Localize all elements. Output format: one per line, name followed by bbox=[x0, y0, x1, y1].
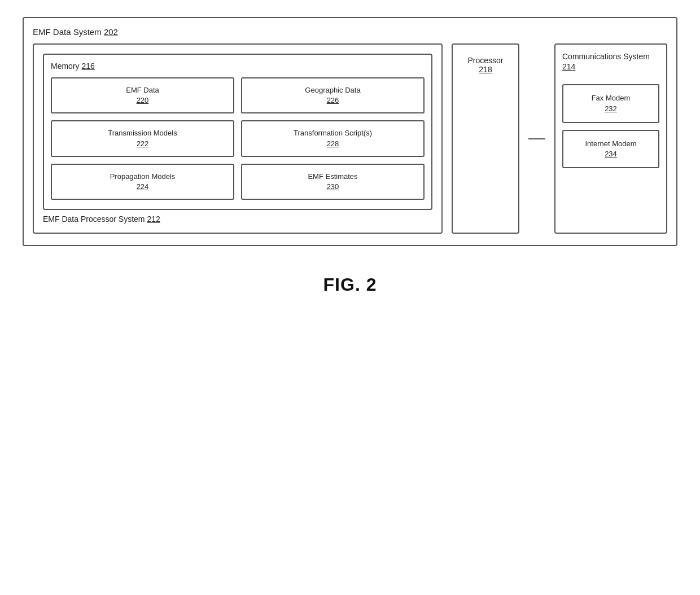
memory-box: Memory 216 EMF Data 220 Geographic Data … bbox=[43, 54, 432, 210]
geographic-data-name: Geographic Data bbox=[305, 86, 360, 94]
fax-modem-name: Fax Modem bbox=[592, 94, 631, 102]
internet-modem-ref: 234 bbox=[605, 150, 617, 158]
transmission-models-name: Transmission Models bbox=[108, 129, 177, 137]
fax-modem-ref: 232 bbox=[605, 104, 617, 113]
memory-text: Memory bbox=[51, 62, 80, 71]
emf-estimates-name: EMF Estimates bbox=[308, 172, 357, 181]
fig-label-container: FIG. 2 bbox=[23, 274, 677, 295]
emf-processor-system-text: EMF Data Processor System bbox=[43, 215, 145, 224]
emf-data-system-text: EMF Data System bbox=[33, 27, 102, 37]
memory-ref: 216 bbox=[81, 62, 94, 71]
propagation-models-item: Propagation Models 224 bbox=[51, 164, 234, 200]
geographic-data-ref: 226 bbox=[327, 96, 339, 104]
propagation-models-ref: 224 bbox=[137, 182, 149, 191]
horizontal-connector bbox=[528, 138, 545, 139]
transformation-scripts-ref: 228 bbox=[327, 139, 339, 148]
emf-data-ref: 220 bbox=[137, 96, 149, 104]
emf-data-system-box: EMF Data System 202 Memory 216 EMF Data … bbox=[23, 17, 677, 246]
emf-estimates-ref: 230 bbox=[327, 182, 339, 191]
communications-system-box: Communications System 214 Fax Modem 232 … bbox=[554, 43, 667, 234]
fax-modem-item: Fax Modem 232 bbox=[562, 84, 659, 123]
inner-row: Memory 216 EMF Data 220 Geographic Data … bbox=[33, 43, 667, 234]
transmission-models-item: Transmission Models 222 bbox=[51, 120, 234, 156]
propagation-models-name: Propagation Models bbox=[110, 172, 176, 181]
emf-data-system-ref: 202 bbox=[104, 27, 118, 37]
processor-label: Processor 218 bbox=[467, 56, 503, 74]
geographic-data-item: Geographic Data 226 bbox=[241, 77, 425, 113]
emf-estimates-item: EMF Estimates 230 bbox=[241, 164, 425, 200]
diagram-area: EMF Data System 202 Memory 216 EMF Data … bbox=[23, 17, 677, 295]
comms-system-text: Communications System bbox=[562, 52, 650, 61]
internet-modem-name: Internet Modem bbox=[585, 139, 636, 148]
comms-items-list: Fax Modem 232 Internet Modem 234 bbox=[562, 78, 659, 226]
connector-line bbox=[528, 43, 545, 234]
emf-processor-system-ref: 212 bbox=[147, 215, 160, 224]
emf-data-name: EMF Data bbox=[126, 86, 159, 94]
memory-label: Memory 216 bbox=[51, 62, 425, 71]
transformation-scripts-item: Transformation Script(s) 228 bbox=[241, 120, 425, 156]
transmission-models-ref: 222 bbox=[137, 139, 149, 148]
comms-system-label: Communications System 214 bbox=[562, 51, 659, 72]
memory-grid: EMF Data 220 Geographic Data 226 Transmi… bbox=[51, 77, 425, 200]
emf-processor-system-label: EMF Data Processor System 212 bbox=[43, 215, 432, 224]
emf-data-system-label: EMF Data System 202 bbox=[33, 27, 667, 37]
processor-ref: 218 bbox=[479, 65, 492, 74]
processor-text: Processor bbox=[467, 56, 503, 65]
processor-box: Processor 218 bbox=[452, 43, 519, 234]
emf-processor-system-box: Memory 216 EMF Data 220 Geographic Data … bbox=[33, 43, 443, 234]
fig-label: FIG. 2 bbox=[23, 274, 677, 295]
internet-modem-item: Internet Modem 234 bbox=[562, 130, 659, 168]
comms-system-ref: 214 bbox=[562, 62, 575, 71]
transformation-scripts-name: Transformation Script(s) bbox=[294, 129, 372, 137]
emf-data-item: EMF Data 220 bbox=[51, 77, 234, 113]
